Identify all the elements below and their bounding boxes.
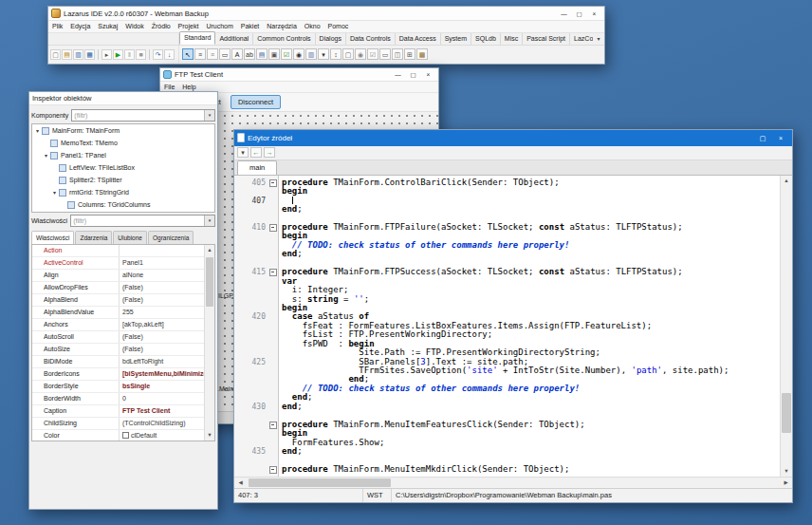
inspector-scrollbar[interactable]: ▲ ▼ — [204, 245, 214, 441]
editor-code[interactable]: procedure TMainForm.ControlBariClick(Sen… — [279, 176, 780, 477]
maximize-button[interactable]: ▢ — [406, 69, 420, 80]
property-row[interactable]: BorderIcons[biSystemMenu,biMinimize,biMa… — [32, 368, 204, 381]
property-value[interactable]: FTP Test Client — [120, 405, 204, 417]
stop-icon[interactable]: ■ — [136, 49, 146, 60]
tree-item[interactable]: ▾MainForm: TMainForm — [32, 124, 214, 137]
property-row[interactable]: AlignalNone — [32, 270, 204, 282]
pause-icon[interactable]: ‖ — [124, 49, 135, 60]
stringgrid-icon[interactable]: ⊞ — [404, 48, 415, 60]
ide-titlebar[interactable]: Lazarus IDE v2.0.0 r60307 - Webman Backu… — [48, 7, 604, 21]
minimize-button[interactable]: — — [557, 9, 571, 19]
fold-marker-icon[interactable] — [268, 178, 278, 187]
palette-tab[interactable]: Dialogs — [316, 33, 346, 45]
menu-item[interactable]: Plik — [48, 21, 66, 32]
palette-tab[interactable]: Additional — [215, 33, 253, 45]
expand-icon[interactable]: ▾ — [51, 189, 58, 196]
panel-icon[interactable]: ▭ — [379, 48, 391, 60]
inspector-scroll-track[interactable] — [205, 255, 214, 430]
save-all-icon[interactable]: ▦ — [84, 49, 95, 60]
palette-tab[interactable]: LazControls — [570, 33, 593, 45]
editor-scroll-track[interactable] — [781, 186, 792, 466]
editor-tab[interactable]: main — [237, 160, 277, 175]
editor-vscrollbar[interactable]: ▲ ▼ — [780, 176, 792, 477]
property-value[interactable]: alNone — [120, 270, 204, 281]
radiogroup-icon[interactable]: ◉ — [355, 48, 366, 60]
label-icon[interactable]: A — [231, 48, 243, 60]
maximize-button[interactable]: ▢ — [754, 132, 771, 144]
properties-filter-input[interactable]: (filtr) ▾ — [70, 215, 215, 227]
inspector-tab[interactable]: Właściwości — [31, 231, 74, 244]
property-value[interactable]: (TControlChildSizing) — [120, 418, 204, 429]
property-row[interactable]: BorderStylebsSingle — [32, 381, 204, 393]
close-button[interactable]: × — [772, 132, 789, 144]
popupmenu-icon[interactable]: ≡ — [207, 48, 218, 60]
scroll-up-icon[interactable]: ▲ — [781, 176, 792, 186]
radiobutton-icon[interactable]: ◉ — [293, 48, 304, 60]
palette-tab[interactable]: Misc — [501, 33, 523, 45]
property-value[interactable]: [biSystemMenu,biMinimize,biMaximize] — [120, 368, 204, 380]
palette-tab[interactable]: SQLdb — [471, 33, 501, 45]
scroll-right-icon[interactable]: ▶ — [780, 478, 792, 488]
property-row[interactable]: BiDiModebdLeftToRight — [32, 356, 204, 368]
fold-marker-icon[interactable] — [268, 268, 278, 276]
scroll-up-icon[interactable]: ▲ — [205, 245, 214, 255]
tree-item[interactable]: ▾Panel1: TPanel — [32, 149, 214, 161]
tree-item[interactable]: MemoText: TMemo — [32, 137, 214, 149]
checkbox-icon[interactable]: ☑ — [281, 48, 292, 60]
scroll-thumb[interactable] — [249, 478, 391, 487]
editor-hscrollbar[interactable]: ◀ ▶ — [234, 477, 792, 488]
palette-tab[interactable]: Data Access — [396, 33, 441, 45]
disconnect-button[interactable]: Disconnect — [231, 95, 281, 109]
chevron-down-icon[interactable]: ▾ — [204, 216, 214, 226]
ftp-titlebar[interactable]: FTP Test Client —▢× — [160, 68, 438, 82]
components-filter-input[interactable]: (filtr) ▾ — [71, 109, 215, 122]
combobox-icon[interactable]: ▾ — [318, 48, 329, 60]
fold-marker-icon[interactable] — [268, 465, 278, 474]
fold-marker-icon[interactable] — [268, 421, 278, 429]
new-unit-icon[interactable]: ▢ — [50, 49, 61, 60]
scroll-thumb[interactable] — [782, 393, 791, 433]
inspector-titlebar[interactable]: Inspektor obiektów — [29, 92, 217, 105]
palette-tab[interactable]: Pascal Script — [523, 33, 570, 45]
property-row[interactable]: Action — [32, 245, 204, 257]
chevron-down-icon[interactable]: ▾ — [204, 110, 214, 121]
property-value[interactable]: bsSingle — [120, 381, 204, 392]
scrollbar-icon[interactable]: ↕ — [330, 48, 341, 60]
scroll-down-icon[interactable]: ▼ — [781, 466, 792, 477]
tree-item[interactable]: LeftView: TFileListBox — [32, 161, 214, 174]
back-icon[interactable]: ← — [250, 147, 262, 158]
tree-item[interactable]: Columns: TGridColumns — [32, 198, 214, 211]
editor-titlebar[interactable]: Edytor źródeł ▢× — [234, 130, 792, 146]
save-icon[interactable]: ▥ — [73, 49, 83, 60]
property-value[interactable]: Panel1 — [120, 257, 204, 269]
tree-item[interactable]: Splitter2: TSplitter — [32, 174, 214, 186]
expand-icon[interactable]: ▾ — [34, 127, 41, 134]
expand-icon[interactable]: ▾ — [43, 152, 49, 159]
maximize-button[interactable]: ▢ — [572, 9, 586, 19]
scroll-thumb[interactable] — [206, 257, 213, 307]
groupbox-icon[interactable]: ▢ — [342, 48, 354, 60]
menu-item[interactable]: Źródło — [148, 21, 175, 32]
scroll-left-icon[interactable]: ◀ — [234, 478, 247, 488]
fold-marker-icon[interactable] — [268, 223, 278, 232]
inspector-tab[interactable]: Zdarzenia — [75, 231, 112, 244]
property-row[interactable]: AlphaBlend(False) — [32, 294, 204, 307]
jump-history-icon[interactable]: ▾ — [237, 147, 249, 158]
property-row[interactable]: AutoSize(False) — [32, 344, 204, 356]
palette-tab[interactable]: Standard — [179, 31, 215, 45]
property-row[interactable]: AlphaBlendValue255 — [32, 307, 204, 319]
menu-item[interactable]: Szukaj — [94, 21, 121, 32]
menu-item[interactable]: Edycja — [66, 21, 94, 32]
step-into-icon[interactable]: ↓ — [164, 49, 175, 60]
property-row[interactable]: AutoScroll(False) — [32, 331, 204, 344]
close-button[interactable]: × — [421, 69, 435, 80]
property-row[interactable]: Anchors[akTop,akLeft] — [32, 319, 204, 331]
button-icon[interactable]: ▭ — [219, 48, 231, 60]
property-row[interactable]: ActiveControlPanel1 — [32, 257, 204, 270]
minimize-button[interactable]: — — [391, 69, 405, 80]
property-value[interactable]: (False) — [120, 331, 204, 343]
property-value[interactable]: [akTop,akLeft] — [120, 319, 204, 330]
property-value[interactable]: 255 — [120, 307, 204, 318]
inspector-tab[interactable]: Ulubione — [113, 231, 147, 244]
run-icon[interactable]: ▶ — [113, 49, 123, 60]
